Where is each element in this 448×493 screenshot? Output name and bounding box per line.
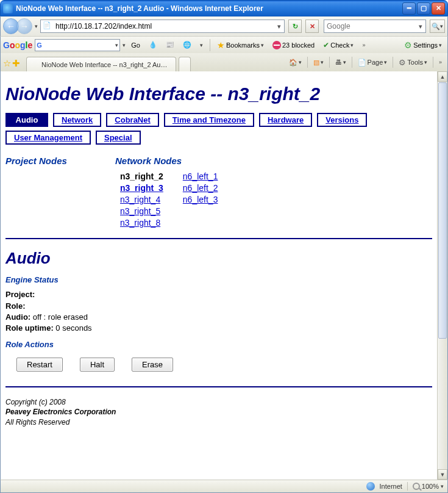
tab-cobranet[interactable]: CobraNet: [106, 113, 159, 127]
bookmarks-button[interactable]: ★Bookmarks▾: [214, 39, 267, 51]
tab-user-management[interactable]: User Management: [5, 131, 91, 145]
search-input[interactable]: [324, 21, 416, 31]
engine-status-heading: Engine Status: [5, 275, 432, 284]
tab-versions[interactable]: Versions: [317, 113, 367, 127]
node-link[interactable]: n3_right_4: [120, 195, 160, 204]
window-titlebar: NioNode Web Interface -- n3_right_2 Audi…: [0, 0, 448, 16]
tab-title: NioNode Web Interface -- n3_right_2 Audi…: [41, 61, 169, 68]
google-btn-news[interactable]: 📰: [163, 39, 177, 51]
nodes-section: Project Nodes Network Nodes n3_right_2 n…: [5, 156, 432, 228]
node-link[interactable]: n3_right_3: [120, 183, 163, 193]
address-bar[interactable]: 📄 ▾: [40, 20, 285, 33]
favorites-star-icon[interactable]: ☆: [3, 58, 11, 69]
network-nodes-list-left: n3_right_2 n3_right_3 n3_right_4 n3_righ…: [120, 171, 163, 228]
zoom-value: 100%: [422, 483, 439, 490]
tab-hardware[interactable]: Hardware: [259, 113, 312, 127]
browser-tab-1[interactable]: NioNode Web Interface -- n3_right_2 Audi…: [26, 57, 176, 71]
search-button[interactable]: 🔍▾: [430, 20, 445, 33]
page-nav-tabs: Audio Network CobraNet Time and Timezone…: [5, 113, 432, 127]
role-actions-heading: Role Actions: [5, 340, 432, 349]
window-title: NioNode Web Interface -- n3_right_2 Audi…: [16, 4, 402, 13]
feeds-button[interactable]: ▧▾: [310, 56, 327, 69]
node-link[interactable]: n6_left_1: [183, 171, 218, 181]
security-zone: Internet: [380, 483, 402, 490]
google-btn-more[interactable]: ▾: [197, 39, 206, 51]
network-nodes-heading: Network Nodes: [115, 156, 218, 166]
nav-history-dropdown[interactable]: ▾: [35, 23, 38, 29]
role-label: Role:: [5, 301, 26, 311]
tab-audio[interactable]: Audio: [5, 113, 48, 127]
zoom-control[interactable]: 100% ▾: [413, 483, 444, 490]
page-icon: 📄: [43, 21, 52, 31]
scroll-thumb[interactable]: [438, 82, 447, 339]
node-link[interactable]: n3_right_5: [120, 206, 160, 216]
new-tab-button[interactable]: [179, 57, 191, 71]
section-heading-audio: Audio: [5, 249, 432, 268]
footer-corporation: Peavey Electronics Corporation: [5, 407, 432, 417]
toolbar-overflow[interactable]: »: [359, 39, 368, 51]
spellcheck-button[interactable]: ✔Check▾: [320, 39, 357, 51]
content-frame: NioNode Web Interface -- n3_right_2 Audi…: [0, 71, 448, 480]
google-logo: Google: [3, 40, 32, 50]
scroll-up-button[interactable]: ▲: [438, 71, 447, 82]
tab-ie-icon: [30, 60, 39, 69]
navigation-toolbar: ← → ▾ 📄 ▾ ↻ ✕ ▾ 🔍▾: [0, 16, 448, 36]
tab-special[interactable]: Special: [96, 131, 141, 145]
toolbar-separator: [210, 39, 210, 51]
go-refresh-button[interactable]: ↻: [288, 20, 302, 33]
tab-time-timezone[interactable]: Time and Timezone: [164, 113, 254, 127]
ie-logo-icon: [3, 4, 13, 13]
network-nodes-list-right: n6_left_1 n6_left_2 n6_left_3: [183, 171, 218, 228]
google-search-select[interactable]: G▾: [35, 39, 120, 51]
google-search-dropdown[interactable]: ▾: [123, 42, 126, 48]
search-box[interactable]: ▾: [324, 20, 426, 33]
tab-strip: ☆ ✚ NioNode Web Interface -- n3_right_2 …: [0, 53, 448, 71]
page-menu-button[interactable]: 📄Page▾: [355, 56, 391, 69]
audio-label: Audio:: [5, 312, 30, 322]
minimize-button[interactable]: ━: [402, 2, 416, 15]
popup-blocked-button[interactable]: 23 blocked: [269, 39, 318, 51]
google-toolbar: Google G▾ ▾ Go 💧 📰 🌐 ▾ ★Bookmarks▾ 23 bl…: [0, 36, 448, 53]
footer-copyright: Copyright (c) 2008: [5, 397, 432, 407]
page-nav-tabs-row2: User Management Special: [5, 131, 432, 145]
toolbar-settings-button[interactable]: ⚙Settings▾: [401, 39, 445, 51]
home-button[interactable]: 🏠▾: [286, 56, 305, 69]
command-overflow[interactable]: »: [436, 56, 445, 69]
footer-rights: All Rights Reserved: [5, 417, 432, 427]
node-link[interactable]: n3_right_8: [120, 218, 160, 228]
halt-button[interactable]: Halt: [80, 358, 115, 372]
zoom-icon: [413, 483, 420, 490]
page-footer: Copyright (c) 2008 Peavey Electronics Co…: [5, 397, 432, 427]
uptime-value: 0 seconds: [55, 323, 91, 333]
maximize-button[interactable]: ▢: [417, 2, 430, 15]
globe-icon: [366, 482, 375, 491]
footer-divider: [5, 386, 432, 387]
tab-network[interactable]: Network: [53, 113, 101, 127]
address-input[interactable]: [54, 21, 274, 32]
uptime-label: Role uptime:: [5, 323, 54, 333]
google-btn-1[interactable]: 💧: [146, 39, 160, 51]
project-label: Project:: [5, 290, 35, 299]
address-dropdown[interactable]: ▾: [274, 23, 284, 31]
print-button[interactable]: 🖶▾: [332, 56, 349, 69]
role-actions-buttons: Restart Halt Erase: [16, 358, 432, 372]
erase-button[interactable]: Erase: [132, 358, 173, 372]
restart-button[interactable]: Restart: [16, 358, 63, 372]
close-button[interactable]: ✕: [432, 2, 445, 15]
google-go-button[interactable]: Go: [128, 39, 143, 51]
vertical-scrollbar[interactable]: ▲ ▼: [437, 71, 447, 480]
project-nodes-heading: Project Nodes: [5, 156, 97, 166]
stop-button[interactable]: ✕: [305, 20, 319, 33]
blocked-icon: [272, 41, 281, 49]
add-favorite-icon[interactable]: ✚: [12, 58, 20, 69]
forward-button[interactable]: →: [16, 18, 32, 34]
search-provider-dropdown[interactable]: ▾: [416, 23, 425, 31]
google-btn-earth[interactable]: 🌐: [180, 39, 194, 51]
engine-status-block: Project: Role: Audio: off : role erased …: [5, 289, 432, 334]
page-body: NioNode Web Interface -- n3_right_2 Audi…: [1, 71, 437, 480]
node-link[interactable]: n6_left_3: [183, 195, 218, 204]
scroll-down-button[interactable]: ▼: [438, 469, 447, 480]
node-current: n3_right_2: [120, 171, 163, 182]
node-link[interactable]: n6_left_2: [183, 183, 218, 193]
tools-menu-button[interactable]: ⚙Tools▾: [396, 56, 430, 69]
